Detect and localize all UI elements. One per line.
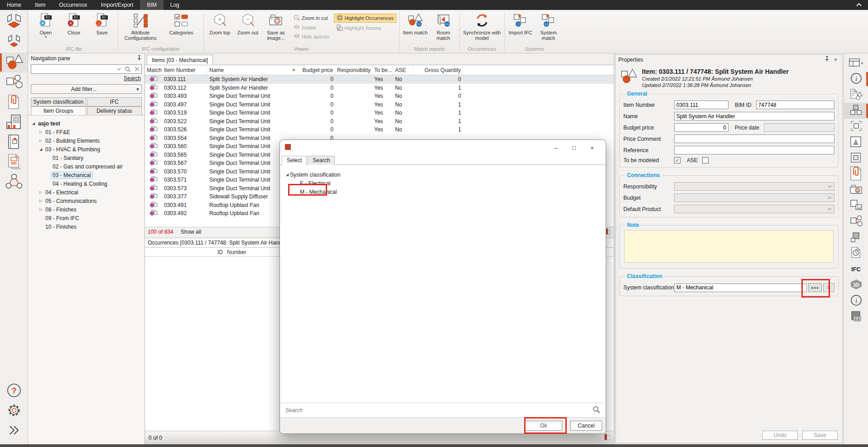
maximize-button[interactable]: □ [565, 142, 583, 154]
item-row-0303.526[interactable]: 0303.526Single Duct Terminal Unit0YesNo1 [145, 125, 614, 134]
tree-expanded-icon[interactable]: ◢ [31, 121, 36, 125]
tree-expanded-icon[interactable]: ◢ [38, 147, 43, 151]
item-match-button[interactable]: 1:1Item match [402, 11, 429, 35]
item-row-0303.519[interactable]: 0303.519Single Duct Terminal Unit0YesNo1 [145, 109, 614, 117]
sidebar-item-layout[interactable]: ▾ [844, 55, 868, 71]
dialog-search-input[interactable] [285, 407, 593, 413]
menu-tab-log[interactable]: Log [164, 0, 186, 10]
item-row-0303.522[interactable]: 0303.522Single Duct Terminal Unit0YesNo1 [145, 117, 614, 126]
pin-icon[interactable] [822, 56, 832, 63]
occurrences-column-id[interactable]: ID [145, 248, 225, 256]
tree-item-10-finishes[interactable]: 10 - Finishes [29, 222, 144, 231]
item-row-0303.111[interactable]: 0303.111Split System Air Handler0YesNo0 [145, 75, 614, 84]
sidebar-item-catalog[interactable] [0, 132, 28, 152]
tree-item-01-ff-e[interactable]: ▷01 - FF&E [29, 128, 144, 136]
default-product-select[interactable] [674, 205, 834, 213]
panel-flag-icon[interactable] [604, 433, 610, 442]
synchronize-with-model-button[interactable]: Synchronize with model [463, 11, 502, 41]
highlight-occurrences-button[interactable]: Highlight Occurrences [334, 14, 396, 23]
tree-item-05-communications[interactable]: ▷05 - Communications [29, 197, 144, 205]
tree-item-09-from-ifc[interactable]: 09 - From IFC [29, 214, 144, 222]
sidebar-item-expand[interactable] [0, 421, 28, 441]
undo-button[interactable]: Undo [762, 431, 798, 440]
pin-icon[interactable] [137, 55, 142, 62]
clear-search-icon[interactable] [133, 67, 141, 72]
tree-collapsed-icon[interactable]: ▷ [38, 139, 43, 143]
sidebar-item-cube-window[interactable] [844, 150, 868, 166]
highlight-rooms-button[interactable]: Highlight Rooms [334, 24, 396, 33]
sidebar-item-items[interactable] [0, 53, 28, 72]
attribute-configurations-button[interactable]: Attribute Configurations [121, 11, 160, 41]
column-header-name[interactable]: Name▼ [207, 65, 298, 75]
nav-tab-item-groups[interactable]: Item Groups [31, 106, 86, 115]
sidebar-item-room-box[interactable] [0, 33, 28, 53]
tree-item-asjo-test[interactable]: ◢asjo test [29, 119, 144, 128]
bim-id-field[interactable] [756, 101, 834, 109]
cancel-button[interactable]: Cancel [570, 421, 602, 431]
room-match-button[interactable]: 1:1Room match [430, 11, 457, 41]
sidebar-item-cubes[interactable] [844, 103, 868, 119]
classification-clear-button[interactable]: ✕ [823, 283, 834, 292]
column-header-gross-quantity[interactable]: Gross Quantity [413, 65, 463, 75]
tree-collapsed-icon[interactable]: ▷ [38, 130, 43, 134]
sidebar-item-settings[interactable] [0, 401, 28, 421]
column-header-item-number[interactable]: Item Number [162, 65, 207, 75]
system-match-button[interactable]: 1:1System match [535, 11, 562, 41]
column-header-budget-price[interactable]: Budget price [298, 65, 335, 75]
open-button[interactable]: IFC+Open▾ [33, 11, 59, 38]
sidebar-item-rooms[interactable] [0, 13, 28, 33]
tree-item-02-gas-and-compressed-air[interactable]: 02 - Gas and compressed air [29, 162, 144, 171]
tree-collapsed-icon[interactable]: ▷ [38, 207, 43, 211]
item-row-0303.497[interactable]: 0303.497Single Duct Terminal Unit0YesNo1 [145, 101, 614, 109]
column-header-ase[interactable]: ASE [393, 65, 413, 75]
zoom-in-cut-button[interactable]: +Zoom in cut [291, 14, 332, 23]
note-field[interactable] [624, 230, 834, 263]
search-icon[interactable] [593, 406, 600, 415]
sidebar-item-info2[interactable]: i [844, 293, 868, 309]
system-classification-field[interactable] [674, 284, 807, 292]
sidebar-item-relations[interactable] [0, 172, 28, 192]
sidebar-item-cube-cone[interactable] [844, 135, 868, 150]
items-tab[interactable]: Items [03 - Mechanical] [147, 55, 213, 65]
sidebar-item-help[interactable]: ? [0, 381, 28, 401]
item-row-0303.493[interactable]: 0303.493Single Duct Terminal Unit0YesNo0 [145, 92, 614, 101]
name-field[interactable] [674, 112, 834, 120]
sidebar-item-threed[interactable]: 3D [844, 277, 868, 293]
zoom-top-button[interactable]: +Zoom top [207, 11, 233, 35]
sidebar-item-cube-move[interactable] [844, 119, 868, 135]
price-comment-field[interactable] [674, 135, 834, 143]
reference-field[interactable] [674, 146, 834, 154]
nav-tab-delivery-status[interactable]: Delivery status [87, 106, 142, 115]
sidebar-item-attachment[interactable] [844, 166, 868, 182]
sidebar-item-attachment[interactable] [0, 92, 28, 112]
dialog-title-bar[interactable]: – □ × [280, 140, 606, 155]
minimize-button[interactable]: – [547, 142, 565, 154]
close-icon[interactable]: × [832, 57, 839, 63]
column-header-to-be-[interactable]: To be... [372, 65, 393, 75]
nav-tab-system-classification[interactable]: System classification [31, 97, 86, 106]
tree-collapsed-icon[interactable]: ▷ [38, 199, 43, 203]
ase-checkbox[interactable] [702, 157, 709, 163]
menu-tab-bim[interactable]: BIM [140, 0, 163, 10]
save-button[interactable]: IFC↓Save [89, 11, 115, 35]
sidebar-item-one-to-one[interactable]: 1:1 [844, 309, 868, 325]
menu-tab-occurrence[interactable]: Occurrence [52, 0, 94, 10]
to-be-modeled-checkbox[interactable]: ✓ [674, 157, 680, 163]
column-header-responsibility[interactable]: Responsibility [335, 65, 372, 75]
sidebar-item-camera[interactable] [844, 182, 868, 198]
chevron-down-icon[interactable] [115, 68, 123, 71]
sidebar-item-building[interactable] [0, 112, 28, 132]
sidebar-item-doc-clock[interactable] [844, 245, 868, 261]
budget-select[interactable] [674, 193, 834, 202]
sidebar-item-info[interactable]: i [844, 71, 868, 87]
import-ifc-button[interactable]: ↑Import IFC [507, 11, 534, 35]
ok-button[interactable]: Ok [525, 421, 562, 431]
responsibility-select[interactable] [674, 182, 834, 191]
sidebar-item-ifc-text[interactable]: IFC [844, 261, 868, 277]
close-button[interactable]: IFC×Close [61, 11, 87, 35]
hide-spaces-button[interactable]: Hide spaces [291, 33, 332, 41]
item-number-field[interactable] [674, 101, 728, 109]
tree-collapsed-icon[interactable]: ▷ [38, 190, 43, 194]
tree-item-03-mechanical[interactable]: 03 - Mechanical [29, 171, 144, 179]
classification-option-e-electrical[interactable]: E - Electrical [285, 179, 601, 187]
